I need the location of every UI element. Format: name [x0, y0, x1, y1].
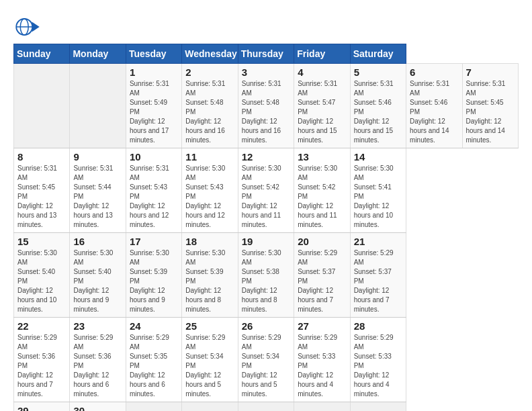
day-number: 8	[17, 151, 66, 163]
day-info: Sunrise: 5:30 AMSunset: 5:40 PMDaylight:…	[17, 248, 66, 314]
day-number: 22	[17, 320, 66, 332]
calendar-header-row: SundayMondayTuesdayWednesdayThursdayFrid…	[14, 44, 519, 64]
day-info: Sunrise: 5:30 AMSunset: 5:38 PMDaylight:…	[242, 248, 290, 314]
calendar-cell	[14, 64, 70, 148]
calendar-week-row: 1Sunrise: 5:31 AMSunset: 5:49 PMDaylight…	[14, 64, 519, 148]
calendar-cell: 12Sunrise: 5:30 AMSunset: 5:42 PMDayligh…	[238, 148, 294, 233]
calendar-week-row: 22Sunrise: 5:29 AMSunset: 5:36 PMDayligh…	[14, 318, 519, 402]
svg-marker-4	[32, 22, 40, 32]
day-number: 21	[354, 236, 402, 247]
calendar-cell: 16Sunrise: 5:30 AMSunset: 5:40 PMDayligh…	[70, 233, 126, 318]
calendar-cell: 22Sunrise: 5:29 AMSunset: 5:36 PMDayligh…	[14, 318, 70, 402]
day-info: Sunrise: 5:30 AMSunset: 5:42 PMDaylight:…	[298, 164, 346, 230]
day-number: 2	[185, 66, 234, 78]
day-number: 6	[410, 66, 458, 78]
day-info: Sunrise: 5:31 AMSunset: 5:43 PMDaylight:…	[130, 164, 178, 230]
logo	[13, 17, 42, 37]
calendar-cell: 11Sunrise: 5:30 AMSunset: 5:43 PMDayligh…	[182, 148, 238, 233]
calendar-cell: 14Sunrise: 5:30 AMSunset: 5:41 PMDayligh…	[350, 148, 406, 233]
day-info: Sunrise: 5:30 AMSunset: 5:39 PMDaylight:…	[130, 248, 178, 314]
day-info: Sunrise: 5:31 AMSunset: 5:46 PMDaylight:…	[354, 79, 402, 145]
day-info: Sunrise: 5:31 AMSunset: 5:48 PMDaylight:…	[242, 79, 290, 145]
calendar-cell: 25Sunrise: 5:29 AMSunset: 5:34 PMDayligh…	[182, 318, 238, 402]
calendar-cell: 20Sunrise: 5:29 AMSunset: 5:37 PMDayligh…	[294, 233, 350, 318]
day-info: Sunrise: 5:30 AMSunset: 5:39 PMDaylight:…	[185, 248, 234, 314]
calendar-cell: 24Sunrise: 5:29 AMSunset: 5:35 PMDayligh…	[126, 318, 181, 402]
day-info: Sunrise: 5:29 AMSunset: 5:34 PMDaylight:…	[242, 333, 290, 399]
day-info: Sunrise: 5:31 AMSunset: 5:49 PMDaylight:…	[130, 79, 178, 145]
day-info: Sunrise: 5:29 AMSunset: 5:37 PMDaylight:…	[354, 248, 402, 314]
header-thursday: Thursday	[238, 44, 294, 64]
calendar-cell: 4Sunrise: 5:31 AMSunset: 5:47 PMDaylight…	[294, 64, 350, 148]
calendar-cell: 10Sunrise: 5:31 AMSunset: 5:43 PMDayligh…	[126, 148, 181, 233]
day-number: 16	[73, 236, 122, 247]
calendar-cell: 8Sunrise: 5:31 AMSunset: 5:45 PMDaylight…	[14, 148, 70, 233]
calendar-cell: 3Sunrise: 5:31 AMSunset: 5:48 PMDaylight…	[238, 64, 294, 148]
calendar-cell: 7Sunrise: 5:31 AMSunset: 5:45 PMDaylight…	[462, 64, 519, 148]
calendar-cell: 21Sunrise: 5:29 AMSunset: 5:37 PMDayligh…	[350, 233, 406, 318]
day-info: Sunrise: 5:30 AMSunset: 5:43 PMDaylight:…	[185, 164, 234, 230]
calendar-cell: 30Sunrise: 5:28 AMSunset: 5:32 PMDayligh…	[70, 402, 126, 412]
calendar-cell: 2Sunrise: 5:31 AMSunset: 5:48 PMDaylight…	[182, 64, 238, 148]
calendar-week-row: 8Sunrise: 5:31 AMSunset: 5:45 PMDaylight…	[14, 148, 519, 233]
day-info: Sunrise: 5:29 AMSunset: 5:36 PMDaylight:…	[17, 333, 66, 399]
calendar-cell	[294, 402, 350, 412]
calendar-cell: 18Sunrise: 5:30 AMSunset: 5:39 PMDayligh…	[182, 233, 238, 318]
day-number: 30	[73, 405, 122, 411]
day-info: Sunrise: 5:29 AMSunset: 5:35 PMDaylight:…	[130, 333, 178, 399]
day-number: 20	[298, 236, 346, 247]
calendar-cell: 1Sunrise: 5:31 AMSunset: 5:49 PMDaylight…	[126, 64, 181, 148]
day-number: 27	[298, 320, 346, 332]
day-number: 26	[242, 320, 290, 332]
calendar-cell: 23Sunrise: 5:29 AMSunset: 5:36 PMDayligh…	[70, 318, 126, 402]
calendar-cell: 17Sunrise: 5:30 AMSunset: 5:39 PMDayligh…	[126, 233, 181, 318]
day-number: 4	[298, 66, 346, 78]
day-number: 5	[354, 66, 402, 78]
day-number: 9	[73, 151, 122, 163]
header-saturday: Saturday	[350, 44, 406, 64]
day-info: Sunrise: 5:29 AMSunset: 5:36 PMDaylight:…	[73, 333, 122, 399]
header-wednesday: Wednesday	[182, 44, 238, 64]
calendar-cell	[350, 402, 406, 412]
calendar-cell: 26Sunrise: 5:29 AMSunset: 5:34 PMDayligh…	[238, 318, 294, 402]
header-sunday: Sunday	[14, 44, 70, 64]
calendar-week-row: 29Sunrise: 5:29 AMSunset: 5:32 PMDayligh…	[14, 402, 519, 412]
calendar-cell: 28Sunrise: 5:29 AMSunset: 5:33 PMDayligh…	[350, 318, 406, 402]
day-info: Sunrise: 5:29 AMSunset: 5:33 PMDaylight:…	[298, 333, 346, 399]
day-info: Sunrise: 5:31 AMSunset: 5:44 PMDaylight:…	[73, 164, 122, 230]
calendar-cell: 5Sunrise: 5:31 AMSunset: 5:46 PMDaylight…	[350, 64, 406, 148]
calendar-cell	[238, 402, 294, 412]
logo-icon	[13, 17, 40, 37]
day-number: 1	[130, 66, 178, 78]
day-info: Sunrise: 5:30 AMSunset: 5:40 PMDaylight:…	[73, 248, 122, 314]
day-number: 15	[17, 236, 66, 247]
header-tuesday: Tuesday	[126, 44, 181, 64]
calendar-cell: 19Sunrise: 5:30 AMSunset: 5:38 PMDayligh…	[238, 233, 294, 318]
calendar-cell: 6Sunrise: 5:31 AMSunset: 5:46 PMDaylight…	[406, 64, 462, 148]
day-number: 29	[17, 405, 66, 411]
header-monday: Monday	[70, 44, 126, 64]
day-number: 7	[466, 66, 515, 78]
day-number: 11	[185, 151, 234, 163]
day-number: 23	[73, 320, 122, 332]
day-info: Sunrise: 5:31 AMSunset: 5:45 PMDaylight:…	[17, 164, 66, 230]
day-info: Sunrise: 5:29 AMSunset: 5:37 PMDaylight:…	[298, 248, 346, 314]
day-number: 12	[242, 151, 290, 163]
day-info: Sunrise: 5:29 AMSunset: 5:33 PMDaylight:…	[354, 333, 402, 399]
day-info: Sunrise: 5:30 AMSunset: 5:42 PMDaylight:…	[242, 164, 290, 230]
calendar-cell: 29Sunrise: 5:29 AMSunset: 5:32 PMDayligh…	[14, 402, 70, 412]
calendar-cell	[182, 402, 238, 412]
calendar-cell	[70, 64, 126, 148]
calendar-table: SundayMondayTuesdayWednesdayThursdayFrid…	[13, 44, 519, 411]
page-header	[13, 13, 519, 37]
calendar-cell: 15Sunrise: 5:30 AMSunset: 5:40 PMDayligh…	[14, 233, 70, 318]
day-info: Sunrise: 5:29 AMSunset: 5:34 PMDaylight:…	[185, 333, 234, 399]
calendar-week-row: 15Sunrise: 5:30 AMSunset: 5:40 PMDayligh…	[14, 233, 519, 318]
day-number: 3	[242, 66, 290, 78]
day-info: Sunrise: 5:31 AMSunset: 5:48 PMDaylight:…	[185, 79, 234, 145]
day-number: 28	[354, 320, 402, 332]
day-info: Sunrise: 5:30 AMSunset: 5:41 PMDaylight:…	[354, 164, 402, 230]
day-number: 24	[130, 320, 178, 332]
day-info: Sunrise: 5:31 AMSunset: 5:46 PMDaylight:…	[410, 79, 458, 145]
day-number: 18	[185, 236, 234, 247]
